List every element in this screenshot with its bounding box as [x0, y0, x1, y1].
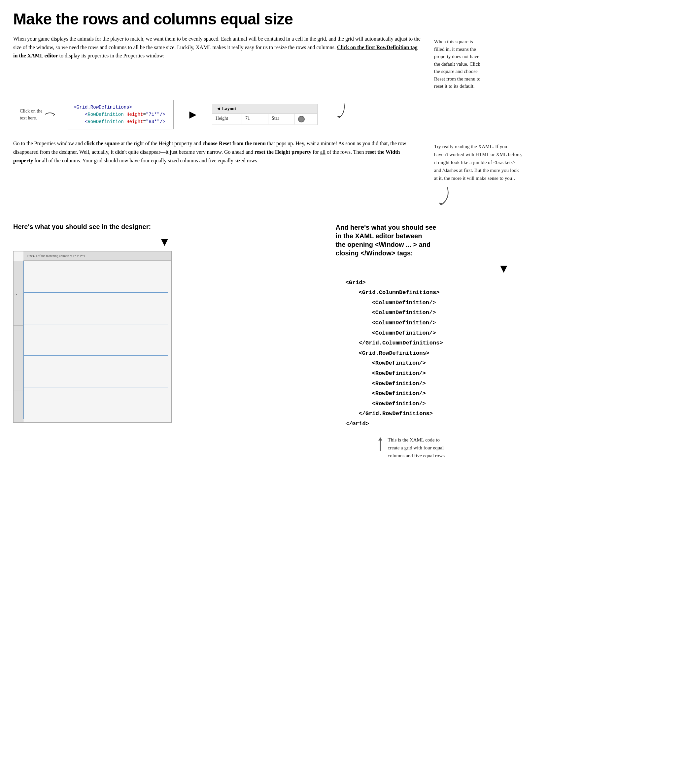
xaml-grid-close: </Grid>: [346, 419, 672, 429]
curved-arrow-middle-icon: [434, 185, 672, 210]
xaml-col-def-open: <Grid.ColumnDefinitions>: [359, 288, 672, 298]
xaml-row-2: <RowDefinition/>: [372, 369, 672, 379]
layout-header-label: ◄ Layout: [216, 106, 236, 112]
xaml-row-5: <RowDefinition/>: [372, 399, 672, 409]
xaml-heading: And here's what you should see in the XA…: [336, 223, 672, 258]
page-title: Make the rows and columns equal size: [13, 10, 672, 28]
designer-ruler-top: Finc ▸ l of the matching animals ▿ 1* ▿ …: [23, 251, 171, 261]
top-section: When your game displays the animals for …: [13, 35, 672, 90]
xaml-col-1: <ColumnDefinition/>: [372, 298, 672, 308]
prop-height-value: 71: [242, 114, 268, 125]
properties-row-height: Height 71 Star: [212, 114, 317, 125]
annotation-balloon-top: When this square is filled in, it means …: [434, 35, 672, 90]
intro-text: When your game displays the animals for …: [13, 35, 421, 90]
xaml-col-def-close: </Grid.ColumnDefinitions>: [359, 338, 672, 348]
designer-mockup: Finc ▸ l of the matching animals ▿ 1* ▿ …: [13, 251, 172, 423]
click-annotation: Click on the text here.: [20, 108, 58, 121]
ruler-tick-3: [13, 358, 23, 358]
designer-column: Here's what you should see in the design…: [13, 223, 316, 460]
middle-annotation: Try really reading the XAML. If you have…: [434, 139, 672, 210]
xaml-row-def-close: </Grid.RowDefinitions>: [359, 409, 672, 419]
designer-heading: Here's what you should see in the design…: [13, 223, 316, 231]
up-arrow-icon: [375, 436, 385, 452]
reset-square-icon[interactable]: [298, 116, 305, 122]
click-label: Click on the text here.: [20, 108, 42, 121]
annotation-top-text: When this square is filled in, it means …: [434, 38, 480, 90]
annotation-middle-text: Try really reading the XAML. If you have…: [434, 143, 672, 182]
properties-panel: ◄ Layout Height 71 Star: [212, 104, 318, 125]
curved-arrow-down-left-icon: [434, 185, 454, 209]
xaml-down-arrow-icon: ▼: [336, 262, 672, 275]
middle-section: Go to the Properties window and click th…: [13, 139, 672, 210]
xaml-annotation-text: This is the XAML code to create a grid w…: [388, 436, 446, 460]
curved-arrow-annotation: [328, 101, 347, 121]
grid-col-line-1: [60, 261, 60, 419]
page-content: Make the rows and columns equal size Whe…: [13, 10, 672, 460]
code-box: <Grid.RowDefinitions> <RowDefinition Hei…: [68, 100, 174, 130]
xaml-col-2: <ColumnDefinition/>: [372, 308, 672, 318]
xaml-row-def-open: <Grid.RowDefinitions>: [359, 348, 672, 359]
up-arrow-container: [375, 436, 385, 452]
xaml-row-3: <RowDefinition/>: [372, 379, 672, 389]
designer-ruler-left: 1*: [13, 261, 23, 422]
arrow-to-properties-icon: ►: [187, 108, 199, 121]
arrow-right-icon: [45, 110, 58, 120]
xaml-col-4: <ColumnDefinition/>: [372, 328, 672, 339]
designer-down-arrow-icon: ▼: [13, 236, 316, 248]
code-line-3: <RowDefinition Height="84*"/>: [74, 118, 168, 125]
code-line-1: <Grid.RowDefinitions>: [74, 104, 168, 111]
ruler-tick-1: 1*: [13, 293, 23, 296]
prop-height-unit: Star: [268, 114, 295, 125]
middle-paragraph: Go to the Properties window and click th…: [13, 139, 421, 165]
bottom-section: Here's what you should see in the design…: [13, 223, 672, 460]
xaml-col-3: <ColumnDefinition/>: [372, 318, 672, 328]
properties-header: ◄ Layout: [212, 104, 317, 114]
xaml-bottom-annotation: This is the XAML code to create a grid w…: [375, 436, 672, 460]
designer-grid-area: [23, 261, 168, 419]
code-properties-section: Click on the text here. <Grid.RowDefinit…: [20, 100, 672, 130]
xaml-row-1: <RowDefinition/>: [372, 358, 672, 369]
intro-paragraph: When your game displays the animals for …: [13, 36, 420, 58]
xaml-row-4: <RowDefinition/>: [372, 389, 672, 399]
middle-text: Go to the Properties window and click th…: [13, 139, 421, 210]
svg-marker-2: [378, 437, 382, 441]
curved-down-arrow-icon: [328, 101, 347, 121]
prop-reset-button[interactable]: [295, 114, 308, 125]
designer-toolbar-text: Finc ▸ l of the matching animals ▿ 1* ▿ …: [23, 254, 85, 258]
xaml-code-block: <Grid> <Grid.ColumnDefinitions> <ColumnD…: [346, 278, 672, 429]
prop-height-label: Height: [212, 114, 242, 125]
xaml-grid-open: <Grid>: [346, 278, 672, 288]
code-line-2: <RowDefinition Height="71*"/>: [74, 111, 168, 118]
grid-col-line-2: [96, 261, 96, 419]
ruler-tick-4: [13, 390, 23, 390]
xaml-column: And here's what you should see in the XA…: [336, 223, 672, 460]
